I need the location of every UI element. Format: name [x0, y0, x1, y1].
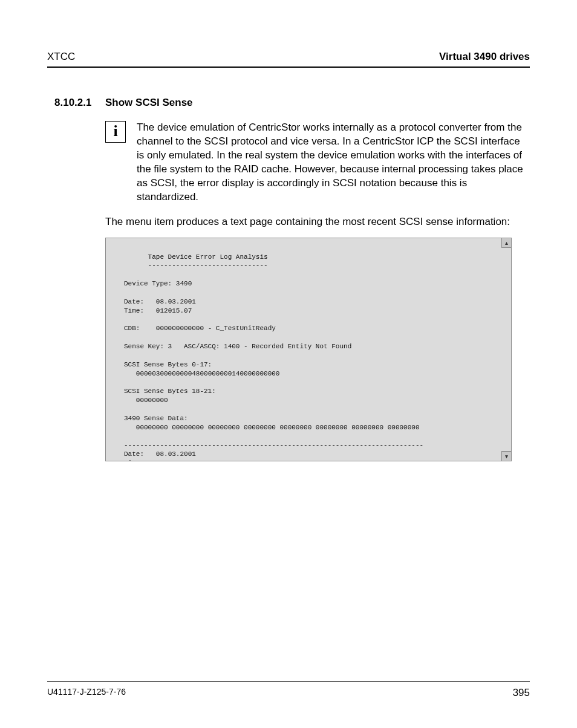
- info-text: The device emulation of CentricStor work…: [137, 121, 530, 204]
- device-type-line: Device Type: 3490: [124, 280, 192, 287]
- info-block: i The device emulation of CentricStor wo…: [105, 121, 530, 204]
- body-paragraph: The menu item produces a text page conta…: [105, 215, 530, 229]
- scrollbar-down-icon[interactable]: ▾: [501, 451, 511, 461]
- header-right: Virtual 3490 drives: [439, 51, 530, 63]
- header-rule: [47, 67, 530, 68]
- log-separator: ----------------------------------------…: [124, 441, 423, 449]
- info-icon-glyph: i: [113, 123, 117, 139]
- scrollbar-up-icon[interactable]: ▴: [501, 238, 511, 248]
- section-heading: 8.10.2.1Show SCSI Sense: [54, 97, 530, 109]
- page-header: XTCC Virtual 3490 drives: [47, 51, 530, 67]
- log-entry-0: Date: 08.03.2001 Time: 012015.07 CDB: 00…: [124, 298, 420, 431]
- page-number: 395: [513, 687, 530, 699]
- terminal-output: Tape Device Error Log Analysis ---------…: [106, 238, 501, 461]
- log-entry-1: Date: 08.03.2001 Time: 011248.01 CDB: 00…: [124, 450, 351, 460]
- section-title: Show SCSI Sense: [105, 97, 193, 108]
- doc-id: U41117-J-Z125-7-76: [47, 687, 126, 699]
- log-title: Tape Device Error Log Analysis: [124, 253, 268, 261]
- header-left: XTCC: [47, 51, 75, 63]
- info-icon: i: [105, 121, 126, 143]
- log-title-underline: ------------------------------: [124, 262, 268, 269]
- page-footer: U41117-J-Z125-7-76 395: [47, 681, 530, 699]
- footer-rule: [47, 681, 530, 682]
- section-number: 8.10.2.1: [54, 97, 105, 109]
- scsi-sense-log-panel: Tape Device Error Log Analysis ---------…: [105, 238, 512, 461]
